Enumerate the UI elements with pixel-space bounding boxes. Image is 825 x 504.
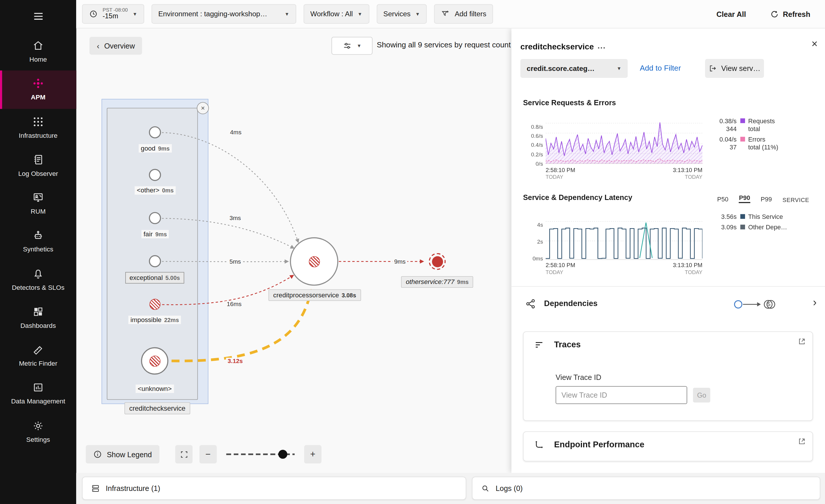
service-node-unknown[interactable]: [141, 347, 168, 375]
add-to-filter-link[interactable]: Add to Filter: [640, 64, 681, 72]
sidebar: Home APM Infrastructure Log Observer RUM…: [0, 0, 76, 504]
log-observer-icon: [32, 153, 44, 166]
data-management-icon: [32, 382, 44, 394]
sidebar-item-log-observer[interactable]: Log Observer: [0, 147, 76, 185]
clock-icon: [89, 10, 98, 19]
tab-service[interactable]: SERVICE: [782, 197, 809, 203]
ruler-icon: [32, 344, 44, 356]
expand-icon: [798, 437, 806, 446]
infrastructure-drawer-button[interactable]: Infrastructure (1): [82, 477, 466, 500]
dependencies-expand-chevron[interactable]: ›: [813, 296, 817, 309]
node-label-exceptional[interactable]: exceptional5.00s: [125, 272, 184, 284]
environment-filter-label: Environment : tagging-workshop…: [158, 10, 267, 18]
sidebar-item-settings[interactable]: Settings: [0, 413, 76, 451]
edge-latency-label: 3ms: [228, 215, 242, 221]
sidebar-item-label: Settings: [26, 435, 50, 444]
sidebar-item-metric-finder[interactable]: Metric Finder: [0, 337, 76, 375]
service-node-otherservice[interactable]: [429, 253, 446, 270]
logs-drawer-button[interactable]: Logs (0): [472, 477, 820, 500]
x-axis-start: 2:58:10 PM: [546, 167, 575, 173]
sidebar-item-home[interactable]: Home: [0, 32, 76, 71]
tab-p90[interactable]: P90: [739, 194, 750, 203]
more-menu-button[interactable]: [597, 43, 606, 55]
zoom-out-button[interactable]: −: [200, 445, 217, 463]
workflow-filter-dropdown[interactable]: Workflow : All ▼: [303, 4, 369, 23]
x-axis-end: 3:13:10 PM: [661, 167, 702, 173]
trace-go-button[interactable]: Go: [693, 388, 710, 403]
chevron-down-icon: ▼: [616, 66, 621, 71]
service-node-impossible[interactable]: [149, 299, 160, 310]
show-legend-button[interactable]: Show Legend: [86, 445, 159, 463]
info-icon: [93, 450, 102, 459]
node-label-creditprocessorservice[interactable]: creditprocessorservice3.08s: [268, 289, 361, 301]
apm-application: Home APM Infrastructure Log Observer RUM…: [0, 0, 825, 504]
map-display-options-button[interactable]: ▼: [331, 37, 372, 55]
legend-row: 344total: [712, 125, 822, 133]
chevron-down-icon: ▼: [133, 11, 137, 16]
show-legend-label: Show Legend: [107, 450, 152, 458]
filter-plus-icon: [441, 10, 450, 19]
clear-all-button[interactable]: Clear All: [716, 10, 746, 18]
sidebar-item-infrastructure[interactable]: Infrastructure: [0, 109, 76, 147]
expand-endpoint-button[interactable]: [798, 437, 806, 448]
dependencies-title: Dependencies: [544, 299, 598, 308]
tag-dropdown[interactable]: credit.score.categ… ▼: [520, 59, 627, 78]
sidebar-item-rum[interactable]: RUM: [0, 185, 76, 223]
sidebar-item-dashboards[interactable]: Dashboards: [0, 299, 76, 337]
tab-p50[interactable]: P50: [717, 196, 729, 203]
legend-row: 37total (11%): [712, 143, 822, 151]
dependencies-share-icon: [525, 298, 536, 311]
latency-legend: 3.56sThis Service 3.09sOther Depe…: [712, 212, 822, 231]
x-axis-end-sub: TODAY: [661, 174, 702, 180]
bottom-dock: Infrastructure (1) Logs (0): [76, 473, 825, 504]
requests-errors-chart[interactable]: [546, 119, 702, 164]
view-service-button[interactable]: View serv…: [705, 59, 764, 78]
service-detail-panel: creditcheckservice × credit.score.categ……: [511, 28, 825, 473]
service-node-good[interactable]: [149, 126, 161, 138]
sidebar-item-synthetics[interactable]: Synthetics: [0, 223, 76, 261]
workflow-filter-label: Workflow : All: [310, 10, 353, 18]
x-axis-start-sub: TODAY: [546, 270, 564, 275]
service-node-exceptional[interactable]: [149, 255, 161, 268]
overview-back-button[interactable]: ‹ Overview: [89, 37, 142, 55]
chevron-left-icon: ‹: [97, 41, 99, 50]
refresh-button[interactable]: Refresh: [770, 10, 811, 18]
service-node-fair[interactable]: [149, 212, 161, 224]
sidebar-item-apm[interactable]: APM: [0, 71, 76, 109]
zoom-slider[interactable]: [226, 453, 295, 455]
fit-to-screen-button[interactable]: [175, 445, 193, 463]
map-status-text: Showing all 9 services by request count: [377, 41, 511, 49]
group-label-creditcheckservice[interactable]: creditcheckservice: [125, 402, 190, 415]
latency-title: Service & Dependency Latency: [523, 193, 632, 201]
chevron-down-icon: ▼: [357, 43, 361, 48]
time-range-picker[interactable]: PST -08:00 -15m ▼: [82, 4, 144, 23]
latency-chart[interactable]: [546, 218, 702, 260]
collapse-group-button[interactable]: ×: [197, 102, 209, 114]
trace-id-field-label: View Trace ID: [555, 373, 601, 381]
sidebar-item-data-management[interactable]: Data Management: [0, 375, 76, 413]
zoom-slider-knob[interactable]: [278, 450, 287, 459]
close-panel-button[interactable]: ×: [812, 38, 818, 50]
infrastructure-icon: [91, 484, 100, 493]
errors-series-chip: [740, 137, 745, 142]
menu-toggle-button[interactable]: [0, 0, 76, 32]
node-label-good: good9ms: [139, 144, 172, 153]
sidebar-item-detectors-slos[interactable]: Detectors & SLOs: [0, 261, 76, 299]
environment-filter-dropdown[interactable]: Environment : tagging-workshop… ▼: [151, 4, 296, 23]
refresh-label: Refresh: [783, 10, 810, 18]
add-filters-button[interactable]: Add filters: [434, 4, 493, 23]
service-node-creditprocessorservice[interactable]: [290, 237, 339, 286]
this-service-series-chip: [740, 214, 745, 219]
trace-id-input[interactable]: [555, 386, 687, 404]
expand-traces-button[interactable]: [798, 337, 806, 348]
x-axis-end: 3:13:10 PM: [661, 262, 702, 268]
endpoint-performance-card[interactable]: Endpoint Performance: [523, 431, 813, 461]
service-node-other[interactable]: [149, 169, 161, 181]
dependencies-mini-diagram: 5: [733, 297, 785, 314]
services-dropdown[interactable]: Services ▼: [376, 4, 427, 23]
node-label-other: <other>0ms: [135, 186, 175, 195]
zoom-in-button[interactable]: +: [304, 445, 321, 463]
dependency-count: 5: [767, 301, 770, 307]
tab-p99[interactable]: P99: [761, 196, 772, 203]
services-label: Services: [383, 10, 411, 18]
